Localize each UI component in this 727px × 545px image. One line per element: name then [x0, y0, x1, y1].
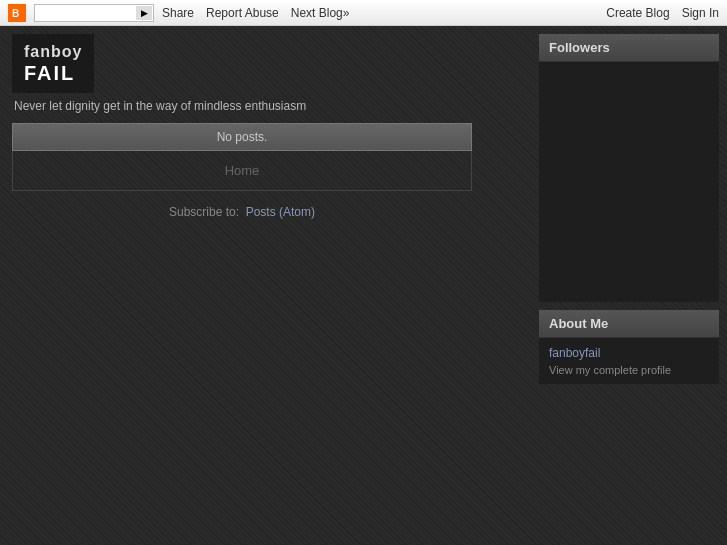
followers-header: Followers: [539, 34, 719, 62]
about-body: fanboyfail View my complete profile: [539, 338, 719, 384]
followers-section: Followers: [539, 34, 719, 302]
about-section: About Me fanboyfail View my complete pro…: [539, 310, 719, 384]
sidebar: Followers About Me fanboyfail View my co…: [531, 26, 727, 545]
blog-logo: fanboy FAIL: [12, 34, 94, 93]
no-posts-bar: No posts.: [12, 123, 472, 151]
content-area: fanboy FAIL Never let dignity get in the…: [0, 26, 531, 545]
search-icon: ▶: [141, 8, 148, 18]
blog-title-top: fanboy: [24, 42, 82, 61]
navbar-links: Share Report Abuse Next Blog»: [162, 6, 349, 20]
sign-in-link[interactable]: Sign In: [682, 6, 719, 20]
about-header: About Me: [539, 310, 719, 338]
navbar-right: Create Blog Sign In: [606, 6, 719, 20]
create-blog-link[interactable]: Create Blog: [606, 6, 669, 20]
navbar: B ▶ Share Report Abuse Next Blog» Create…: [0, 0, 727, 26]
share-link[interactable]: Share: [162, 6, 194, 20]
report-abuse-link[interactable]: Report Abuse: [206, 6, 279, 20]
followers-body: [539, 62, 719, 302]
blog-tagline: Never let dignity get in the way of mind…: [14, 99, 519, 113]
home-bar[interactable]: Home: [12, 151, 472, 191]
next-blog-link[interactable]: Next Blog»: [291, 6, 350, 20]
search-container: ▶: [34, 4, 154, 22]
blogger-logo: B: [8, 4, 26, 22]
search-button[interactable]: ▶: [136, 6, 152, 20]
main-wrapper: fanboy FAIL Never let dignity get in the…: [0, 26, 727, 545]
subscribe-label: Subscribe to:: [169, 205, 239, 219]
subscribe-link[interactable]: Posts (Atom): [246, 205, 315, 219]
view-profile-link[interactable]: View my complete profile: [549, 364, 709, 376]
blog-header: fanboy FAIL Never let dignity get in the…: [12, 34, 519, 113]
blog-title-bottom: FAIL: [24, 61, 82, 85]
about-username-link[interactable]: fanboyfail: [549, 346, 709, 360]
posts-container: No posts. Home Subscribe to: Posts (Atom…: [12, 123, 519, 219]
subscribe-line: Subscribe to: Posts (Atom): [12, 205, 472, 219]
svg-text:B: B: [12, 8, 19, 19]
